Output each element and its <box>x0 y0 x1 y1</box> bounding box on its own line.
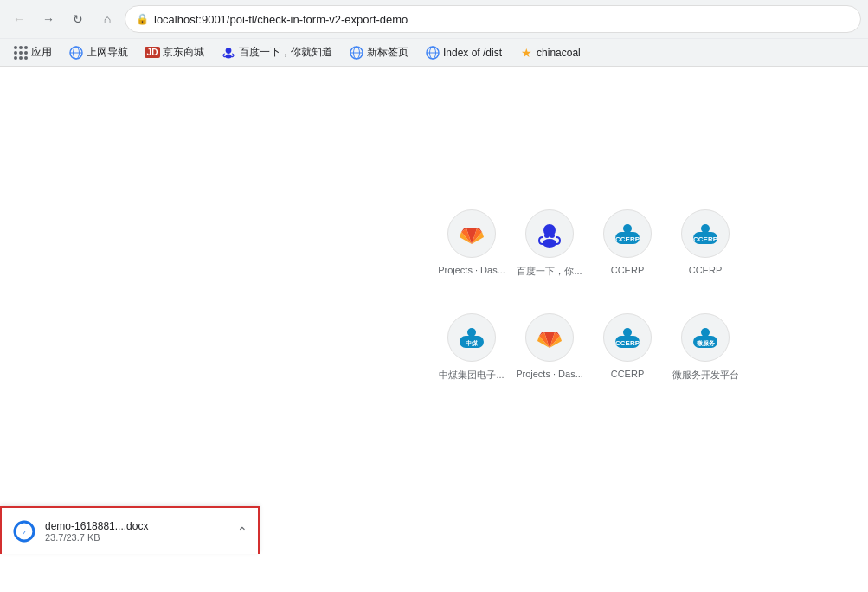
dial-item-ccerp3[interactable]: CCERP CCERP <box>588 305 666 409</box>
bookmark-apps[interactable]: 应用 <box>7 42 59 62</box>
bookmark-jd[interactable]: JD 京东商城 <box>138 42 211 62</box>
dial-label-ccerp3: CCERP <box>611 369 645 379</box>
dial-item-zhongmei[interactable]: 中煤 中煤集团电子... <box>433 305 511 409</box>
svg-point-19 <box>701 224 710 233</box>
back-button[interactable]: ← <box>7 7 31 31</box>
download-progress-circle: ✓ <box>12 519 36 544</box>
dial-label-micro: 微服务开发平台 <box>672 369 739 382</box>
bookmark-apps-label: 应用 <box>31 45 52 60</box>
bookmark-shangwang[interactable]: 上网导航 <box>62 42 135 62</box>
dial-label-gitlab2: Projects · Das... <box>516 369 583 379</box>
jd-icon: JD <box>145 46 159 60</box>
svg-text:CCERP: CCERP <box>615 339 640 347</box>
svg-text:中煤: 中煤 <box>466 339 479 346</box>
download-filename: demo-1618881....docx <box>45 520 228 532</box>
bookmark-jd-label: 京东商城 <box>163 45 204 60</box>
dial-label-zhongmei: 中煤集团电子... <box>439 369 504 382</box>
download-chevron[interactable]: ⌃ <box>237 524 248 538</box>
download-bar: ✓ demo-1618881....docx 23.7/23.7 KB ⌃ <box>0 506 260 554</box>
dial-icon-micro: 微服务 <box>681 313 730 362</box>
svg-point-22 <box>467 328 476 337</box>
svg-text:CCERP: CCERP <box>615 235 640 243</box>
bookmark-newtab[interactable]: 新标签页 <box>343 42 415 62</box>
dial-icon-ccerp2: CCERP <box>681 209 730 258</box>
bookmark-newtab-label: 新标签页 <box>367 45 408 60</box>
dial-item-baidu[interactable]: 百度一下，你... <box>511 201 588 305</box>
download-size: 23.7/23.7 KB <box>45 532 228 543</box>
dial-label-ccerp2: CCERP <box>689 265 723 275</box>
forward-button[interactable]: → <box>36 7 61 31</box>
browser-chrome: ← → ↻ ⌂ 🔒 localhost:9001/poi-tl/check-in… <box>0 0 868 67</box>
dial-item-gitlab2[interactable]: Projects · Das... <box>511 305 588 409</box>
dial-icon-baidu <box>525 209 574 258</box>
svg-text:微服务: 微服务 <box>696 339 716 347</box>
dial-item-gitlab1[interactable]: Projects · Das... <box>433 201 511 305</box>
apps-grid-icon <box>14 46 28 60</box>
dial-item-ccerp2[interactable]: CCERP CCERP <box>666 201 744 305</box>
globe-icon-2 <box>350 46 363 60</box>
svg-point-16 <box>623 224 632 233</box>
svg-point-13 <box>550 233 555 238</box>
lock-icon: 🔒 <box>136 13 149 25</box>
globe-icon-3 <box>426 46 440 60</box>
baidu-icon <box>222 46 235 60</box>
bookmarks-bar: 应用 上网导航 JD 京东商城 <box>0 38 868 66</box>
bookmark-dist[interactable]: Index of /dist <box>419 43 509 62</box>
svg-point-25 <box>623 328 632 337</box>
svg-point-28 <box>701 328 710 337</box>
dial-icon-gitlab1 <box>447 209 496 258</box>
bookmark-chinacoal[interactable]: ★ chinacoal <box>512 43 588 62</box>
svg-point-11 <box>543 239 556 248</box>
address-bar[interactable]: 🔒 localhost:9001/poi-tl/check-in-form-v2… <box>125 5 861 33</box>
dial-label-baidu: 百度一下，你... <box>517 265 582 278</box>
nav-bar: ← → ↻ ⌂ 🔒 localhost:9001/poi-tl/check-in… <box>0 0 868 38</box>
dial-icon-gitlab2 <box>525 313 574 362</box>
svg-text:✓: ✓ <box>22 530 27 536</box>
dial-icon-zhongmei: 中煤 <box>447 313 496 362</box>
svg-point-12 <box>544 233 550 238</box>
dial-icon-ccerp3: CCERP <box>603 313 652 362</box>
dial-label-ccerp1: CCERP <box>611 265 645 275</box>
dial-label-gitlab1: Projects · Das... <box>438 265 505 275</box>
svg-text:CCERP: CCERP <box>693 235 718 243</box>
dial-item-micro[interactable]: 微服务 微服务开发平台 <box>666 305 744 409</box>
page-content: Projects · Das... 百度一下，你... <box>0 67 868 554</box>
bookmark-baidu[interactable]: 百度一下，你就知道 <box>215 42 339 62</box>
home-button[interactable]: ⌂ <box>95 7 119 31</box>
svg-point-3 <box>226 54 232 58</box>
bookmark-shangwang-label: 上网导航 <box>87 45 128 60</box>
speed-dial: Projects · Das... 百度一下，你... <box>433 201 744 409</box>
bookmark-baidu-label: 百度一下，你就知道 <box>239 45 332 60</box>
bookmark-dist-label: Index of /dist <box>443 47 502 59</box>
globe-icon-1 <box>69 46 83 60</box>
url-text: localhost:9001/poi-tl/check-in-form-v2-e… <box>154 13 850 26</box>
bookmark-chinacoal-label: chinacoal <box>537 47 581 59</box>
reload-button[interactable]: ↻ <box>66 7 90 31</box>
download-info: demo-1618881....docx 23.7/23.7 KB <box>45 520 228 543</box>
star-icon: ★ <box>519 46 533 60</box>
dial-icon-ccerp1: CCERP <box>603 209 652 258</box>
dial-item-ccerp1[interactable]: CCERP CCERP <box>588 201 666 305</box>
